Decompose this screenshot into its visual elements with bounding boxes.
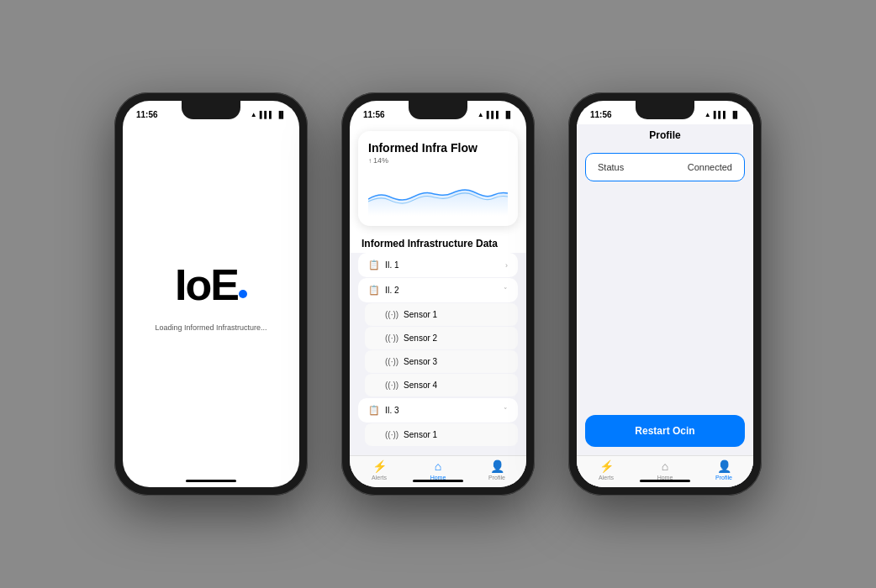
status-icons-3: ▲ ▌▌▌ ▐▌ [704,111,740,118]
sensor-ii3-1-left: ((·)) Sensor 1 [385,430,437,439]
profile-icon-home: 👤 [490,459,504,473]
signal-icon: ▌▌▌ [260,111,274,118]
tab-profile-label-home: Profile [488,475,505,480]
home-icon-home: ⌂ [435,459,441,473]
restart-button[interactable]: Restart Ocin [585,415,745,447]
ii3-label: II. 3 [385,406,399,415]
chart-svg [368,170,508,216]
tab-home-profile[interactable]: ⌂ Home [636,459,694,480]
sensor-2-label: Sensor 2 [404,333,437,343]
section-label: Informed Infrastructure Data [350,233,526,253]
home-icon-profile: ⌂ [662,459,668,473]
sensor-1-left: ((·)) Sensor 1 [385,310,437,319]
phone-home: 11:56 ▲ ▌▌▌ ▐▌ Informed Infra Flow ↑ 14% [341,92,535,496]
notch-1 [182,101,240,119]
infra-list[interactable]: 📋 II. 1 › 📋 II. 2 ˅ [350,253,526,455]
signal-icon-3: ▌▌▌ [714,111,728,118]
time-2: 11:56 [363,110,385,119]
status-label: Status [598,162,624,172]
sensor-3-item[interactable]: ((·)) Sensor 3 [365,350,518,373]
loading-text: Loading Informed Infrastructure... [155,323,266,332]
tab-profile-profile[interactable]: 👤 Profile [694,459,753,480]
profile-header: Profile [577,124,753,148]
sensor-2-item[interactable]: ((·)) Sensor 2 [365,327,518,349]
signal-sensor-ii3-1: ((·)) [385,430,398,439]
signal-icon-2: ▌▌▌ [487,111,501,118]
sensor-ii3-1-item[interactable]: ((·)) Sensor 1 [365,423,518,446]
trend-arrow: ↑ [368,157,372,165]
sensor-4-item[interactable]: ((·)) Sensor 4 [365,374,518,396]
tab-profile-home[interactable]: 👤 Profile [467,459,526,480]
profile-icon-profile: 👤 [717,459,731,473]
status-icons-1: ▲ ▌▌▌ ▐▌ [251,111,286,118]
clipboard-icon-1: 📋 [368,260,380,270]
battery-icon-2: ▐▌ [504,111,513,118]
splash-content: IoE Loading Informed Infrastructure... [123,124,299,487]
sensor-4-left: ((·)) Sensor 4 [385,381,437,390]
status-icons-2: ▲ ▌▌▌ ▐▌ [478,111,513,118]
chart-subtitle: ↑ 14% [368,156,508,165]
wifi-icon: ▲ [251,111,257,118]
battery-icon-3: ▐▌ [731,111,740,118]
status-row: Status Connected [585,153,745,181]
sensor-1-label: Sensor 1 [404,310,437,319]
clipboard-icon-2: 📋 [368,285,380,296]
list-item-ii3[interactable]: 📋 II. 3 ˅ [358,398,518,423]
ii1-label: II. 1 [385,260,399,270]
home-indicator-1 [186,480,236,482]
phone-splash: 11:56 ▲ ▌▌▌ ▐▌ IoE Loading Informed Infr… [114,92,308,496]
notch-3 [636,101,694,119]
list-item-ii3-left: 📋 II. 3 [368,405,399,416]
tab-alerts-home[interactable]: ⚡ Alerts [350,459,409,480]
sensor-1-item[interactable]: ((·)) Sensor 1 [365,303,518,326]
phone-profile: 11:56 ▲ ▌▌▌ ▐▌ Profile Status Connected … [568,92,762,496]
tab-bar-profile: ⚡ Alerts ⌂ Home 👤 Profile [577,455,753,487]
sensor-3-left: ((·)) Sensor 3 [385,357,437,366]
tab-bar-home: ⚡ Alerts ⌂ Home 👤 Profile [350,455,526,487]
wifi-icon-3: ▲ [704,111,711,118]
tab-alerts-label-profile: Alerts [599,475,614,480]
chevron-down-3: ˅ [504,407,508,415]
ioe-logo: IoE [175,263,247,307]
sensor-2-left: ((·)) Sensor 2 [385,333,437,343]
wifi-icon-2: ▲ [478,111,484,118]
chevron-down-2: ˅ [504,286,508,295]
list-item-ii2[interactable]: 📋 II. 2 ˅ [358,278,518,302]
alerts-icon-profile: ⚡ [599,459,614,473]
signal-sensor-1: ((·)) [385,310,398,319]
chart-title: Informed Infra Flow [368,141,508,155]
chevron-right-1: › [505,261,508,270]
signal-sensor-4: ((·)) [385,381,398,390]
sensor-4-label: Sensor 4 [404,381,437,390]
ioe-text: IoE [175,260,238,309]
profile-screen: Profile Status Connected Restart Ocin ⚡ … [577,124,753,487]
ii2-label: II. 2 [385,286,399,295]
home-indicator-3 [640,480,690,482]
tab-alerts-label-home: Alerts [372,475,387,480]
tab-profile-label-profile: Profile [715,475,732,480]
clipboard-icon-3: 📋 [368,405,380,416]
home-indicator-2 [413,480,463,482]
tab-alerts-profile[interactable]: ⚡ Alerts [577,459,636,480]
list-item-ii1[interactable]: 📋 II. 1 › [358,253,518,277]
alerts-icon-home: ⚡ [372,459,387,473]
status-value: Connected [688,162,732,172]
list-item-ii1-left: 📋 II. 1 [368,260,399,270]
time-3: 11:56 [590,110,612,119]
signal-sensor-2: ((·)) [385,333,398,343]
signal-sensor-3: ((·)) [385,357,398,366]
battery-icon: ▐▌ [277,111,286,118]
time-1: 11:56 [136,110,158,119]
tab-home-home[interactable]: ⌂ Home [409,459,467,480]
trend-value: 14% [373,156,388,165]
notch-2 [409,101,467,119]
ioe-dot [239,290,247,298]
sensor-ii3-1-label: Sensor 1 [404,430,437,439]
home-screen: Informed Infra Flow ↑ 14% [350,124,526,487]
chart-card: Informed Infra Flow ↑ 14% [358,131,518,226]
list-item-ii2-left: 📋 II. 2 [368,285,399,296]
sensor-3-label: Sensor 3 [404,357,437,366]
profile-spacer [577,186,753,415]
